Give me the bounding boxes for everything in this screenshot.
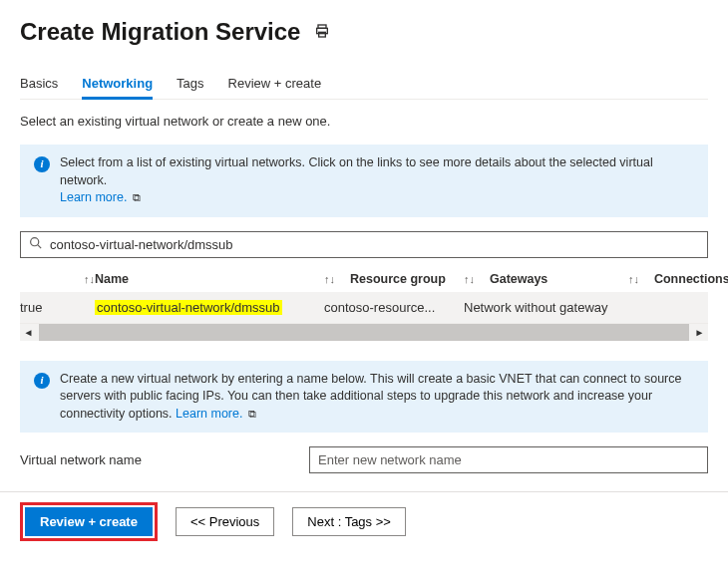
sort-icon[interactable]: ↑↓ <box>628 273 639 285</box>
table-row[interactable]: true contoso-virtual-network/dmssub cont… <box>20 292 708 324</box>
info-icon: i <box>34 373 50 389</box>
external-link-icon: ⧉ <box>133 191 141 203</box>
learn-more-link[interactable]: Learn more. <box>60 190 127 204</box>
tab-networking[interactable]: Networking <box>82 70 153 100</box>
column-header-connections: ↑↓ Connections <box>628 272 708 286</box>
description-text: Select an existing virtual network or cr… <box>20 114 708 129</box>
search-field[interactable] <box>20 231 708 258</box>
horizontal-scrollbar[interactable]: ◄ ► <box>20 324 708 341</box>
search-input[interactable] <box>48 236 699 253</box>
sort-icon[interactable]: ↑↓ <box>84 273 95 285</box>
cell-gateways: Network without gateway <box>464 300 628 315</box>
page-title: Create Migration Service <box>20 18 300 46</box>
info-box-create: i Create a new virtual network by enteri… <box>20 361 708 434</box>
print-icon[interactable] <box>314 23 330 42</box>
column-header-gateways: ↑↓ Gateways <box>464 272 628 286</box>
scroll-thumb[interactable] <box>39 324 689 341</box>
tab-tags[interactable]: Tags <box>177 70 203 99</box>
info-text: Select from a list of existing virtual n… <box>60 155 653 187</box>
review-create-button[interactable]: Review + create <box>25 507 153 536</box>
column-header-resource-group: ↑↓ Resource group <box>324 272 464 286</box>
svg-point-3 <box>31 238 39 246</box>
info-box-existing: i Select from a list of existing virtual… <box>20 145 708 217</box>
vnet-name-label: Virtual network name <box>20 452 309 467</box>
next-button[interactable]: Next : Tags >> <box>292 507 406 536</box>
svg-line-4 <box>38 245 41 248</box>
vnet-table: ↑↓ Name ↑↓ Resource group ↑↓ Gateways ↑↓… <box>20 266 708 341</box>
vnet-name-input[interactable] <box>309 446 708 473</box>
previous-button[interactable]: << Previous <box>176 507 274 536</box>
column-header-name: Name <box>95 272 324 286</box>
scroll-left-icon[interactable]: ◄ <box>20 327 37 338</box>
info-icon: i <box>34 156 50 172</box>
external-link-icon: ⧉ <box>248 408 256 420</box>
highlight-box: Review + create <box>20 502 158 541</box>
footer-bar: Review + create << Previous Next : Tags … <box>0 491 728 551</box>
tabs: Basics Networking Tags Review + create <box>20 70 708 100</box>
info-text: Create a new virtual network by entering… <box>60 372 681 421</box>
sort-icon[interactable]: ↑↓ <box>464 273 475 285</box>
cell-name[interactable]: contoso-virtual-network/dmssub <box>95 300 324 315</box>
scroll-right-icon[interactable]: ► <box>691 327 708 338</box>
search-icon <box>29 236 48 252</box>
learn-more-link[interactable]: Learn more. <box>176 407 242 421</box>
cell-resource-group: contoso-resource... <box>324 300 464 315</box>
tab-basics[interactable]: Basics <box>20 70 58 99</box>
tab-review-create[interactable]: Review + create <box>228 70 322 99</box>
sort-icon[interactable]: ↑↓ <box>324 273 335 285</box>
cell-selected: true <box>20 300 95 315</box>
